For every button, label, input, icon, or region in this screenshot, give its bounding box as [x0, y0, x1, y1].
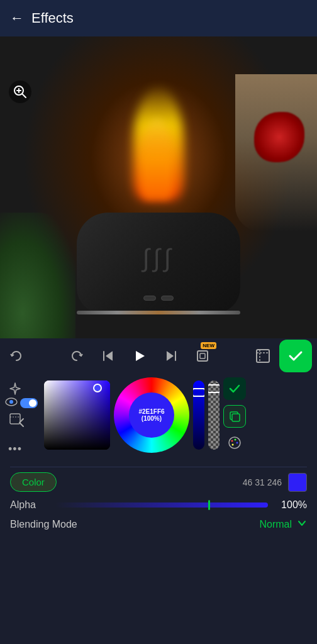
- svg-point-17: [229, 437, 240, 448]
- humidifier-body: ∫∫∫: [77, 213, 240, 313]
- svg-rect-9: [257, 350, 269, 362]
- steam-icon: ∫∫∫: [143, 244, 175, 272]
- color-hex-display: #2E1FF6(100%): [129, 392, 174, 438]
- crop-button[interactable]: [252, 345, 274, 367]
- skip-forward-button[interactable]: [160, 345, 182, 367]
- toggle-knob: [29, 399, 36, 407]
- crop-trim-button[interactable]: [5, 409, 25, 429]
- new-badge: NEW: [201, 342, 216, 349]
- svg-marker-5: [136, 351, 145, 361]
- flame-effect: [108, 74, 209, 200]
- humidifier-strip: [77, 311, 240, 314]
- color-label-row: Color 46 31 246: [10, 472, 307, 492]
- humidifier-controls: [143, 296, 174, 301]
- alpha-track: [55, 502, 268, 508]
- skip-back-button[interactable]: [97, 345, 120, 367]
- confirm-small-button[interactable]: [223, 377, 246, 400]
- toolbar-right: [252, 340, 312, 372]
- sparkle-button[interactable]: [5, 379, 25, 399]
- color-wheel-ring[interactable]: #2E1FF6(100%): [114, 377, 189, 453]
- color-gradient-picker[interactable]: [44, 380, 110, 450]
- header: ← Effects: [0, 0, 317, 36]
- svg-point-20: [236, 442, 238, 444]
- alpha-row: Alpha 100%: [10, 499, 307, 511]
- palette-button[interactable]: [225, 433, 245, 453]
- vertical-sliders: [193, 380, 220, 450]
- alpha-handle: [208, 500, 210, 510]
- zoom-button[interactable]: [9, 80, 31, 103]
- color-wheel[interactable]: #2E1FF6(100%): [114, 377, 189, 453]
- opacity-handle: [208, 384, 220, 393]
- more-button[interactable]: •••: [5, 439, 25, 459]
- undo-back-button[interactable]: [5, 345, 28, 367]
- bg-plant: [0, 213, 75, 338]
- confirm-button[interactable]: [279, 340, 312, 372]
- left-sidebar: •••: [3, 374, 28, 464]
- svg-point-18: [231, 440, 233, 442]
- blend-label: Blending Mode: [10, 519, 77, 530]
- alpha-label: Alpha: [10, 499, 48, 511]
- svg-rect-16: [232, 414, 240, 421]
- color-mode-button[interactable]: Color: [10, 472, 57, 492]
- flame-secondary: [142, 118, 173, 200]
- frame-button[interactable]: NEW: [191, 345, 214, 367]
- color-swatch[interactable]: [288, 473, 307, 492]
- play-button[interactable]: [128, 345, 151, 367]
- brightness-handle: [193, 388, 204, 397]
- back-button[interactable]: ←: [10, 10, 24, 26]
- blend-value: Normal: [259, 519, 292, 530]
- color-picker-row: #2E1FF6(100%): [0, 374, 317, 457]
- redo-button[interactable]: [65, 345, 88, 367]
- rgb-values: 46 31 246: [243, 477, 282, 487]
- layer-button[interactable]: [223, 405, 246, 428]
- toolbar-center: NEW: [28, 345, 252, 367]
- chevron-down-icon: [297, 518, 307, 531]
- svg-point-21: [232, 444, 234, 446]
- more-dots: •••: [8, 443, 22, 456]
- gradient-cursor: [93, 384, 102, 392]
- brightness-slider[interactable]: [193, 380, 204, 450]
- toolbar: NEW: [0, 338, 317, 374]
- page-title: Effects: [31, 10, 74, 26]
- svg-line-1: [22, 94, 26, 97]
- blend-row: Blending Mode Normal: [10, 518, 307, 531]
- svg-rect-7: [197, 351, 208, 361]
- opacity-slider[interactable]: [208, 380, 220, 450]
- blend-select[interactable]: Normal: [259, 518, 307, 531]
- bottom-controls: Color 46 31 246 Alpha 100% Blending Mode…: [0, 457, 317, 536]
- preview-image: ∫∫∫: [0, 36, 317, 338]
- alpha-value: 100%: [275, 499, 307, 511]
- svg-point-19: [235, 439, 236, 441]
- bg-flower: [254, 112, 304, 162]
- alpha-slider[interactable]: [55, 502, 268, 508]
- svg-rect-8: [200, 353, 205, 358]
- svg-rect-22: [10, 414, 20, 424]
- picker-right-icons: [223, 377, 246, 453]
- editor-panel: NEW: [0, 338, 317, 536]
